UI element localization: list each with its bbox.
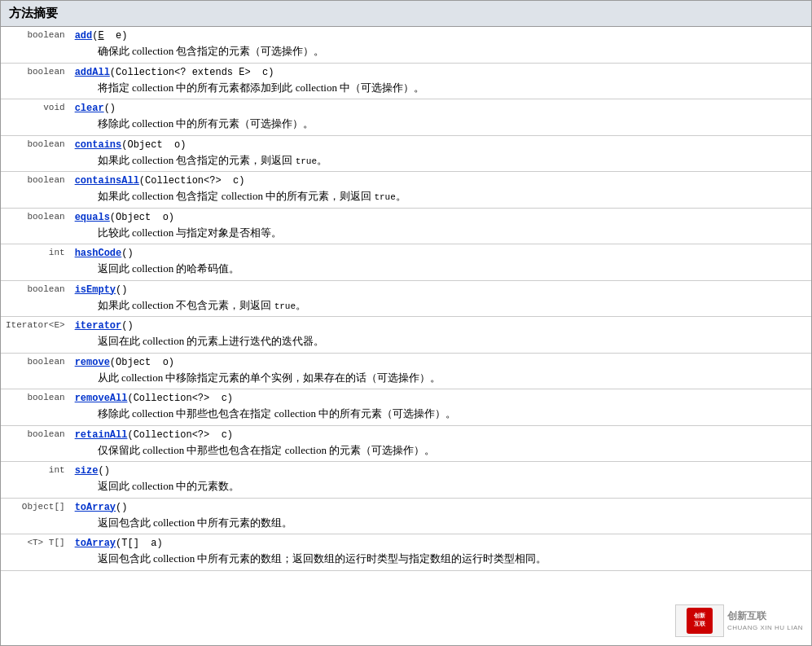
method-signature: containsAll(Collection<?> c) bbox=[75, 175, 806, 187]
method-description: 确保此 collection 包含指定的元素（可选操作）。 bbox=[75, 43, 806, 59]
watermark: 创新 互联 创新互联 CHUANG XIN HU LIAN bbox=[675, 604, 803, 637]
method-description: 仅保留此 collection 中那些也包含在指定 collection 的元素… bbox=[75, 442, 806, 459]
method-cell: addAll(Collection<? extends E> c)将指定 col… bbox=[70, 63, 811, 99]
method-params: (Collection<?> c) bbox=[139, 175, 245, 187]
table-row: booleanremoveAll(Collection<?> c)移除此 col… bbox=[1, 389, 811, 426]
return-type-cell: int bbox=[1, 462, 70, 499]
method-params: (Collection<?> c) bbox=[127, 429, 233, 441]
method-description: 移除此 collection 中那些也包含在指定 collection 中的所有… bbox=[75, 406, 806, 422]
table-row: booleanequals(Object o)比较此 collection 与指… bbox=[1, 208, 811, 244]
method-signature: add(E e) bbox=[75, 30, 806, 42]
method-description: 返回包含此 collection 中所有元素的数组；返回数组的运行时类型与指定数… bbox=[75, 551, 806, 567]
return-type-cell: boolean bbox=[1, 135, 70, 172]
method-link[interactable]: addAll bbox=[75, 67, 110, 78]
method-params: () bbox=[116, 502, 127, 513]
return-type-cell: boolean bbox=[1, 208, 70, 244]
method-params: (E e) bbox=[92, 30, 127, 42]
table-row: booleancontains(Object o)如果此 collection … bbox=[1, 135, 811, 172]
table-row: inthashCode()返回此 collection 的哈希码值。 bbox=[1, 244, 811, 281]
method-signature: iterator() bbox=[75, 320, 806, 332]
method-signature: hashCode() bbox=[75, 248, 806, 259]
method-params: (Object o) bbox=[110, 212, 174, 223]
method-cell: equals(Object o)比较此 collection 与指定对象是否相等… bbox=[70, 208, 811, 244]
method-cell: hashCode()返回此 collection 的哈希码值。 bbox=[70, 244, 811, 281]
method-description: 返回包含此 collection 中所有元素的数组。 bbox=[75, 515, 806, 531]
return-type-cell: boolean bbox=[1, 172, 70, 209]
method-cell: toArray()返回包含此 collection 中所有元素的数组。 bbox=[70, 498, 811, 534]
method-signature: size() bbox=[75, 465, 806, 477]
return-type-cell: boolean bbox=[1, 27, 70, 63]
return-type-cell: boolean bbox=[1, 280, 70, 317]
method-cell: toArray(T[] a)返回包含此 collection 中所有元素的数组；… bbox=[70, 534, 811, 571]
method-params: () bbox=[121, 320, 133, 332]
method-signature: toArray(T[] a) bbox=[75, 538, 806, 549]
table-row: voidclear()移除此 collection 中的所有元素（可选操作）。 bbox=[1, 99, 811, 136]
method-cell: size()返回此 collection 中的元素数。 bbox=[70, 462, 811, 499]
method-cell: retainAll(Collection<?> c)仅保留此 collectio… bbox=[70, 425, 811, 462]
return-type-cell: boolean bbox=[1, 63, 70, 99]
table-row: intsize()返回此 collection 中的元素数。 bbox=[1, 462, 811, 499]
method-signature: contains(Object o) bbox=[75, 139, 806, 151]
method-params: (T[] a) bbox=[116, 538, 163, 549]
page-container: 方法摘要 booleanadd(E e)确保此 collection 包含指定的… bbox=[0, 0, 812, 646]
method-link[interactable]: clear bbox=[75, 103, 104, 114]
table-row: Object[]toArray()返回包含此 collection 中所有元素的… bbox=[1, 498, 811, 534]
method-cell: contains(Object o)如果此 collection 包含指定的元素… bbox=[70, 135, 811, 172]
table-row: booleanremove(Object o)从此 collection 中移除… bbox=[1, 353, 811, 389]
method-signature: remove(Object o) bbox=[75, 357, 806, 368]
method-link[interactable]: add bbox=[75, 30, 93, 42]
method-link[interactable]: remove bbox=[75, 357, 110, 368]
method-cell: iterator()返回在此 collection 的元素上进行迭代的迭代器。 bbox=[70, 317, 811, 354]
table-row: booleanadd(E e)确保此 collection 包含指定的元素（可选… bbox=[1, 27, 811, 63]
method-link[interactable]: isEmpty bbox=[75, 284, 116, 296]
method-link[interactable]: contains bbox=[75, 139, 122, 151]
method-link[interactable]: size bbox=[75, 465, 99, 477]
method-table: booleanadd(E e)确保此 collection 包含指定的元素（可选… bbox=[1, 27, 811, 571]
watermark-company: 创新互联 bbox=[727, 609, 803, 623]
section-title: 方法摘要 bbox=[1, 1, 811, 27]
method-link[interactable]: toArray bbox=[75, 538, 116, 549]
method-description: 如果此 collection 不包含元素，则返回 true。 bbox=[75, 297, 806, 314]
watermark-label: CHUANG XIN HU LIAN bbox=[727, 623, 803, 632]
method-link[interactable]: removeAll bbox=[75, 393, 128, 404]
method-link[interactable]: equals bbox=[75, 212, 110, 223]
method-params: (Collection<?> c) bbox=[127, 393, 233, 404]
table-row: Iterator<E>iterator()返回在此 collection 的元素… bbox=[1, 317, 811, 354]
svg-text:互联: 互联 bbox=[694, 620, 706, 626]
method-description: 比较此 collection 与指定对象是否相等。 bbox=[75, 225, 806, 241]
method-link[interactable]: retainAll bbox=[75, 429, 128, 441]
table-row: booleancontainsAll(Collection<?> c)如果此 c… bbox=[1, 172, 811, 209]
method-description: 返回此 collection 中的元素数。 bbox=[75, 478, 806, 494]
table-row: booleanretainAll(Collection<?> c)仅保留此 co… bbox=[1, 425, 811, 462]
method-signature: removeAll(Collection<?> c) bbox=[75, 393, 806, 404]
method-link[interactable]: containsAll bbox=[75, 175, 139, 187]
method-description: 将指定 collection 中的所有元素都添加到此 collection 中（… bbox=[75, 80, 806, 96]
method-description: 如果此 collection 包含指定 collection 中的所有元素，则返… bbox=[75, 188, 806, 204]
method-description: 移除此 collection 中的所有元素（可选操作）。 bbox=[75, 116, 806, 132]
method-cell: containsAll(Collection<?> c)如果此 collecti… bbox=[70, 172, 811, 209]
method-params: () bbox=[121, 248, 133, 259]
method-cell: add(E e)确保此 collection 包含指定的元素（可选操作）。 bbox=[70, 27, 811, 63]
method-cell: removeAll(Collection<?> c)移除此 collection… bbox=[70, 389, 811, 426]
method-signature: clear() bbox=[75, 103, 806, 114]
method-description: 从此 collection 中移除指定元素的单个实例，如果存在的话（可选操作）。 bbox=[75, 370, 806, 386]
method-params: () bbox=[116, 284, 127, 296]
method-cell: remove(Object o)从此 collection 中移除指定元素的单个… bbox=[70, 353, 811, 389]
method-cell: isEmpty()如果此 collection 不包含元素，则返回 true。 bbox=[70, 280, 811, 317]
method-link[interactable]: hashCode bbox=[75, 248, 122, 259]
method-params: (Object o) bbox=[121, 139, 186, 151]
method-link[interactable]: toArray bbox=[75, 502, 116, 513]
method-signature: toArray() bbox=[75, 502, 806, 513]
method-link[interactable]: iterator bbox=[75, 320, 122, 332]
return-type-cell: void bbox=[1, 99, 70, 136]
table-row: booleanisEmpty()如果此 collection 不包含元素，则返回… bbox=[1, 280, 811, 317]
return-type-cell: Iterator<E> bbox=[1, 317, 70, 354]
method-signature: equals(Object o) bbox=[75, 212, 806, 223]
table-row: booleanaddAll(Collection<? extends E> c)… bbox=[1, 63, 811, 99]
return-type-cell: <T> T[] bbox=[1, 534, 70, 571]
method-signature: addAll(Collection<? extends E> c) bbox=[75, 67, 806, 78]
table-row: <T> T[]toArray(T[] a)返回包含此 collection 中所… bbox=[1, 534, 811, 571]
return-type-cell: boolean bbox=[1, 353, 70, 389]
method-description: 如果此 collection 包含指定的元素，则返回 true。 bbox=[75, 152, 806, 169]
method-description: 返回此 collection 的哈希码值。 bbox=[75, 261, 806, 277]
